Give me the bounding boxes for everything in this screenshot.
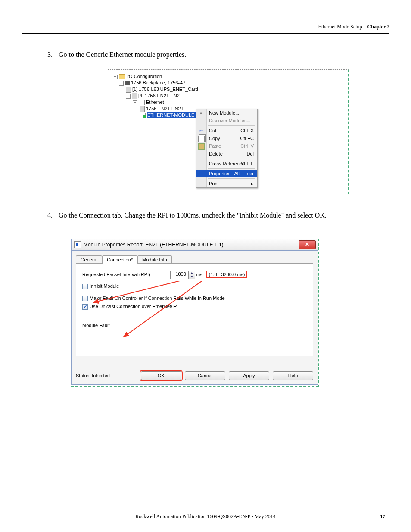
menu-properties[interactable]: PropertiesAlt+Enter [196,170,257,177]
ethernet-icon [139,100,145,105]
paste-icon [198,143,205,150]
collapse-icon[interactable]: – [126,94,131,99]
page-footer: Rockwell Automation Publication 1609-QS0… [0,513,411,520]
dialog-tabs: GeneralConnection*Module Info [76,255,313,263]
menu-paste: PasteCtrl+V [196,142,257,150]
status-text: Status: Inhibited [76,373,110,378]
menu-cross-reference[interactable]: Cross ReferenceCtrl+E [196,160,257,168]
major-fault-label: Major Fault On Controller If Connection … [90,296,225,301]
rpi-unit: ms [196,272,202,277]
header-rule [22,33,389,34]
screenshot-tree-contextmenu: –I/O Configuration –1756 Backplane, 1756… [108,69,349,194]
ok-button[interactable]: OK [141,371,181,380]
step4-number: 4. [47,212,57,219]
collapse-icon[interactable]: – [113,75,118,79]
menu-copy[interactable]: CopyCtrl+C [196,134,257,142]
rpi-input[interactable] [171,271,187,277]
submenu-arrow-icon: ▸ [251,181,254,187]
tree-slot1[interactable]: [1] 1756-L63 UPS_ENET_Card [132,87,198,92]
step-3: 3. Go to the Generic Ethernet module pro… [47,51,364,59]
module-icon: ▫ [198,110,204,116]
connection-tab-panel: Requested Packet Interval (RPI): ms (1.0… [76,263,313,356]
menu-cut[interactable]: ✂CutCtrl+X [196,127,257,134]
module-icon [132,93,137,99]
step-4: 4. Go the Connection tab. Change the RPI… [47,212,364,219]
screenshot-module-properties-dialog: Module Properties Report: EN2T (ETHERNET… [71,239,319,387]
inhibit-checkbox[interactable] [82,284,88,289]
step4-text: Go the Connection tab. Change the RPI to… [59,212,327,219]
page-number: 17 [380,513,385,520]
module-icon [126,87,131,93]
rpi-range: (1.0 - 3200.0 ms) [206,271,248,278]
menu-discover-modules: Discover Modules... [196,117,257,124]
major-fault-checkbox[interactable] [82,296,88,301]
publication-id: Rockwell Automation Publication 1609-QS0… [0,513,411,520]
cancel-button[interactable]: Cancel [185,371,225,380]
close-button[interactable]: ✕ [299,240,316,249]
dialog-title: Module Properties Report: EN2T (ETHERNET… [84,242,224,248]
spinner-arrows-icon[interactable] [188,271,195,279]
page-header: Ethernet Mode Setup Chapter 2 [22,24,389,30]
tree-ethernet[interactable]: Ethernet [146,100,164,105]
unicast-label: Use Unicast Connection over EtherNet/IP [90,304,177,309]
rpi-spinner[interactable] [170,271,195,279]
tree-slot4[interactable]: [4] 1756-EN2T EN2T [138,93,183,98]
tab-general[interactable]: General [76,255,102,264]
collapse-icon[interactable]: – [133,100,137,105]
folder-icon [119,74,125,79]
unicast-checkbox[interactable]: ✔ [82,304,88,310]
tab-module-info[interactable]: Module Info [137,255,171,264]
menu-print[interactable]: Print▸ [196,180,257,187]
backplane-icon [125,81,130,85]
help-button[interactable]: Help [273,371,313,380]
apply-button[interactable]: Apply [229,371,269,380]
tree-en2t[interactable]: 1756-EN2T EN2T [146,106,184,111]
tree-root[interactable]: I/O Configuration [126,74,162,79]
cut-icon: ✂ [198,128,204,134]
tab-connection[interactable]: Connection* [102,255,137,264]
collapse-icon[interactable]: – [119,81,124,86]
context-menu: ▫New Module... Discover Modules... ✂CutC… [196,109,258,188]
step3-text: Go to the Generic Ethernet module proper… [59,51,186,58]
inhibit-label: Inhibit Module [90,283,119,289]
dialog-titlebar: Module Properties Report: EN2T (ETHERNET… [71,239,318,251]
annotation-arrows [76,281,309,358]
step3-number: 3. [47,51,57,59]
header-section: Ethernet Mode Setup [318,24,362,30]
tree-backplane[interactable]: 1756 Backplane, 1756-A7 [131,80,186,85]
rpi-label: Requested Packet Interval (RPI): [82,272,152,277]
ethernet-module-icon [140,113,146,118]
app-icon [74,241,81,248]
header-chapter: Chapter 2 [367,24,389,30]
menu-new-module[interactable]: ▫New Module... [196,109,257,117]
module-icon [140,106,145,112]
copy-icon [198,136,205,142]
menu-delete[interactable]: DeleteDel [196,150,257,158]
module-fault-label: Module Fault [82,323,307,328]
